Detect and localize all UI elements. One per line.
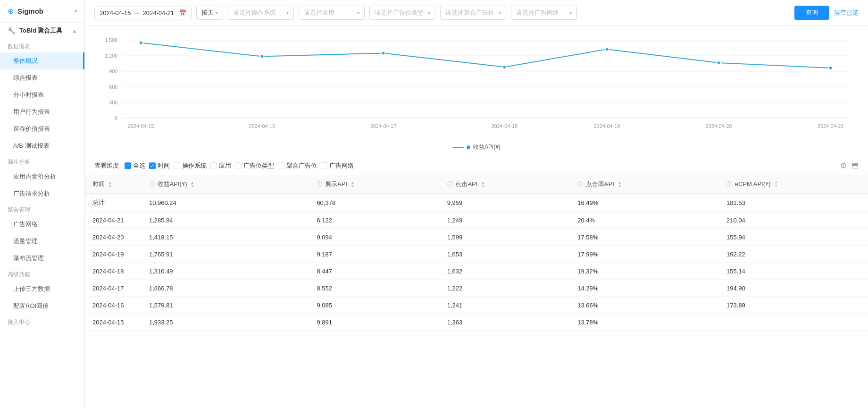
granularity-label: 按天	[201, 8, 214, 17]
row-4-ecpm: 194.90	[719, 280, 868, 297]
th-time-sort[interactable]: ▲▼	[108, 181, 112, 188]
adposition-filter[interactable]: 请选择聚合广告位 ▾	[440, 6, 506, 20]
row-4-time: 2024-04-17	[85, 280, 142, 297]
row-1-impression: 9,094	[309, 229, 439, 246]
query-button[interactable]: 查询	[794, 6, 829, 20]
sidebar-item-ad-request[interactable]: 广告请求分析	[0, 185, 84, 202]
th-ecpm[interactable]: ⓘ eCPM API(¥) ▲▼	[719, 175, 868, 194]
adtype-filter[interactable]: 请选择广告位类型 ▾	[369, 6, 435, 20]
adnetwork-placeholder: 请选择广告网络	[516, 8, 559, 17]
export-icon[interactable]: ⬒	[851, 161, 859, 170]
tobid-section-header[interactable]: 🔧 ToBid 聚合工具 ▲	[0, 23, 84, 39]
category-data-reports: 数据报表	[0, 39, 84, 52]
granularity-select[interactable]: 按天 ▾	[196, 6, 223, 20]
filter-bar: 2024-04-15 → 2024-04-21 📅 按天 ▾ 请选择操作系统 ▾…	[85, 0, 868, 26]
th-click-sort[interactable]: ▲▼	[481, 181, 485, 188]
total-revenue: 10,960.24	[142, 194, 309, 212]
th-time-label: 时间	[92, 180, 105, 187]
time-checkbox[interactable]	[149, 162, 156, 169]
chart-legend: 收益API(¥)	[94, 143, 859, 151]
os-checkbox[interactable]	[174, 162, 180, 169]
adtype-checkbox[interactable]	[235, 162, 242, 169]
sidebar-item-comprehensive[interactable]: 综合报表	[0, 69, 84, 86]
app-arrow-icon: ▾	[357, 10, 359, 16]
th-impression-label: 展示API	[325, 180, 347, 187]
sidebar-logo[interactable]: ⊕ Sigmob ▾	[0, 0, 84, 23]
checkbox-adposition[interactable]: 聚合广告位	[278, 162, 317, 170]
row-0-click: 1,249	[440, 212, 570, 229]
row-0-time: 2024-04-21	[85, 212, 142, 229]
svg-text:2024-04-20: 2024-04-20	[706, 123, 732, 129]
settings-icon[interactable]: ⚙	[840, 161, 847, 170]
row-5-impression: 9,085	[309, 297, 439, 314]
row-0-ecpm: 210.04	[719, 212, 868, 229]
row-3-impression: 8,447	[309, 263, 439, 280]
date-range-picker[interactable]: 2024-04-15 → 2024-04-21 📅	[94, 7, 192, 19]
row-6-ecpm	[719, 314, 868, 331]
granularity-arrow-icon: ▾	[216, 10, 218, 16]
svg-text:2024-04-15: 2024-04-15	[128, 123, 154, 129]
adnetwork-checkbox[interactable]	[321, 162, 327, 169]
table-row: 2024-04-19 1,765.91 9,187 1,653 17.99% 1…	[85, 246, 868, 263]
sidebar-item-upload-data[interactable]: 上传三方数据	[0, 280, 84, 298]
total-impression: 60,378	[309, 194, 439, 212]
adnetwork-filter[interactable]: 请选择广告网络 ▾	[511, 6, 577, 20]
sidebar-item-hourly[interactable]: 分小时报表	[0, 86, 84, 103]
checkbox-app[interactable]: 应用	[210, 162, 231, 170]
checkbox-time[interactable]: 时间	[149, 162, 170, 170]
row-4-click: 1,222	[440, 280, 570, 297]
tobid-arrow: ▲	[72, 28, 77, 34]
row-6-revenue: 1,933.25	[142, 314, 309, 331]
legend-line-icon	[452, 147, 464, 148]
sidebar-item-waterfall[interactable]: 瀑布流管理	[0, 250, 84, 267]
sidebar-item-roi-config[interactable]: 配置ROI回传	[0, 298, 84, 314]
th-ctr[interactable]: ⓘ 点击率API ▲▼	[570, 175, 719, 194]
clear-button[interactable]: 清空已选	[834, 8, 859, 17]
th-ecpm-label: eCPM API(¥)	[735, 180, 771, 187]
adposition-checkbox[interactable]	[278, 162, 284, 169]
sidebar-item-ad-network[interactable]: 广告网络	[0, 216, 84, 233]
svg-text:2024-04-17: 2024-04-17	[370, 123, 397, 129]
sidebar-item-overview[interactable]: 整体概况	[0, 52, 84, 69]
checkbox-adnetwork[interactable]: 广告网络	[321, 162, 354, 170]
th-impression[interactable]: ⓘ 展示API ▲▼	[309, 175, 439, 194]
total-time: 总计	[85, 194, 142, 212]
table-header-row: 时间 ▲▼ ⓘ 收益API(¥) ▲▼ ⓘ 展示API ▲▼ ⓘ	[85, 175, 868, 194]
th-click-help-icon: ⓘ	[447, 181, 453, 187]
sidebar-item-traffic[interactable]: 流量管理	[0, 233, 84, 250]
sidebar-item-ab-test[interactable]: A/B 测试报表	[0, 137, 84, 154]
adtype-label: 广告位类型	[243, 162, 274, 170]
adposition-arrow-icon: ▾	[499, 10, 501, 16]
os-filter[interactable]: 请选择操作系统 ▾	[228, 6, 294, 20]
svg-point-25	[829, 66, 833, 70]
th-click[interactable]: ⓘ 点击API ▲▼	[440, 175, 570, 194]
th-ctr-label: 点击率API	[586, 180, 614, 187]
sidebar-item-retention[interactable]: 留存价值报表	[0, 120, 84, 137]
all-label: 全选	[133, 162, 145, 170]
category-funnel: 漏斗分析	[0, 154, 84, 168]
svg-text:900: 900	[109, 68, 117, 74]
th-impression-sort[interactable]: ▲▼	[351, 181, 355, 188]
th-ecpm-sort[interactable]: ▲▼	[774, 180, 778, 188]
th-revenue-sort[interactable]: ▲▼	[191, 181, 194, 188]
all-checkbox[interactable]	[125, 162, 131, 169]
th-revenue[interactable]: ⓘ 收益API(¥) ▲▼	[142, 175, 309, 194]
app-checkbox[interactable]	[210, 162, 217, 169]
checkbox-os[interactable]: 操作系统	[174, 162, 207, 170]
total-ecpm: 181.53	[719, 194, 868, 212]
sidebar-item-in-app-bid[interactable]: 应用内竞价分析	[0, 168, 84, 185]
checkbox-all[interactable]: 全选	[125, 162, 145, 170]
th-ctr-sort[interactable]: ▲▼	[618, 181, 621, 188]
svg-text:0: 0	[115, 115, 117, 121]
table-toolbar: 查看维度 全选 时间 操作系统 应用 广告位类型	[85, 156, 868, 175]
sidebar-item-user-behavior[interactable]: 用户行为报表	[0, 103, 84, 120]
sidebar-collapse-button[interactable]: ‹	[85, 195, 92, 213]
row-1-ecpm: 155.94	[719, 229, 868, 246]
tobid-title: ToBid 聚合工具	[19, 26, 62, 35]
svg-point-23	[605, 47, 609, 51]
th-time[interactable]: 时间 ▲▼	[85, 175, 142, 194]
app-filter[interactable]: 请选择应用 ▾	[299, 6, 365, 20]
row-4-ctr: 14.29%	[570, 280, 719, 297]
logo-arrow: ▾	[75, 8, 77, 14]
checkbox-adtype[interactable]: 广告位类型	[235, 162, 274, 170]
